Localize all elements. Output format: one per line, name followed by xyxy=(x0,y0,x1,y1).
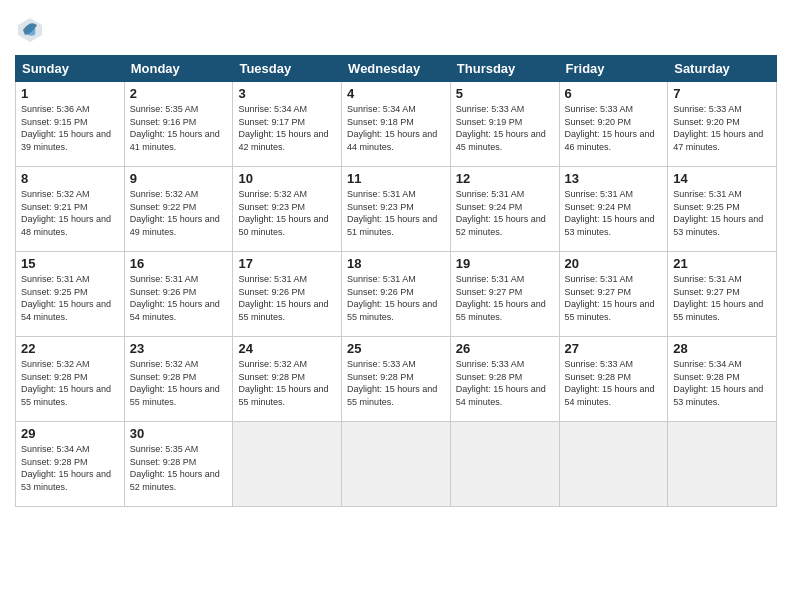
calendar-week-row: 15Sunrise: 5:31 AMSunset: 9:25 PMDayligh… xyxy=(16,252,777,337)
day-info: Sunrise: 5:31 AMSunset: 9:26 PMDaylight:… xyxy=(238,273,336,323)
calendar-cell: 10Sunrise: 5:32 AMSunset: 9:23 PMDayligh… xyxy=(233,167,342,252)
calendar-cell: 5Sunrise: 5:33 AMSunset: 9:19 PMDaylight… xyxy=(450,82,559,167)
day-info: Sunrise: 5:32 AMSunset: 9:28 PMDaylight:… xyxy=(130,358,228,408)
day-number: 5 xyxy=(456,86,554,101)
calendar-cell: 16Sunrise: 5:31 AMSunset: 9:26 PMDayligh… xyxy=(124,252,233,337)
page: SundayMondayTuesdayWednesdayThursdayFrid… xyxy=(0,0,792,612)
day-info: Sunrise: 5:33 AMSunset: 9:28 PMDaylight:… xyxy=(347,358,445,408)
day-info: Sunrise: 5:33 AMSunset: 9:20 PMDaylight:… xyxy=(565,103,663,153)
calendar-week-row: 1Sunrise: 5:36 AMSunset: 9:15 PMDaylight… xyxy=(16,82,777,167)
calendar-cell: 28Sunrise: 5:34 AMSunset: 9:28 PMDayligh… xyxy=(668,337,777,422)
day-info: Sunrise: 5:31 AMSunset: 9:25 PMDaylight:… xyxy=(21,273,119,323)
day-info: Sunrise: 5:32 AMSunset: 9:28 PMDaylight:… xyxy=(21,358,119,408)
weekday-header-monday: Monday xyxy=(124,56,233,82)
day-number: 7 xyxy=(673,86,771,101)
day-number: 16 xyxy=(130,256,228,271)
day-info: Sunrise: 5:31 AMSunset: 9:27 PMDaylight:… xyxy=(565,273,663,323)
day-number: 27 xyxy=(565,341,663,356)
calendar-table: SundayMondayTuesdayWednesdayThursdayFrid… xyxy=(15,55,777,507)
day-number: 13 xyxy=(565,171,663,186)
day-info: Sunrise: 5:33 AMSunset: 9:28 PMDaylight:… xyxy=(565,358,663,408)
day-number: 26 xyxy=(456,341,554,356)
weekday-header-sunday: Sunday xyxy=(16,56,125,82)
day-info: Sunrise: 5:31 AMSunset: 9:23 PMDaylight:… xyxy=(347,188,445,238)
weekday-header-saturday: Saturday xyxy=(668,56,777,82)
day-number: 14 xyxy=(673,171,771,186)
calendar-cell: 26Sunrise: 5:33 AMSunset: 9:28 PMDayligh… xyxy=(450,337,559,422)
day-info: Sunrise: 5:32 AMSunset: 9:23 PMDaylight:… xyxy=(238,188,336,238)
calendar-cell: 8Sunrise: 5:32 AMSunset: 9:21 PMDaylight… xyxy=(16,167,125,252)
calendar-cell: 23Sunrise: 5:32 AMSunset: 9:28 PMDayligh… xyxy=(124,337,233,422)
day-number: 17 xyxy=(238,256,336,271)
calendar-week-row: 8Sunrise: 5:32 AMSunset: 9:21 PMDaylight… xyxy=(16,167,777,252)
day-info: Sunrise: 5:32 AMSunset: 9:21 PMDaylight:… xyxy=(21,188,119,238)
day-info: Sunrise: 5:31 AMSunset: 9:24 PMDaylight:… xyxy=(456,188,554,238)
calendar-cell: 19Sunrise: 5:31 AMSunset: 9:27 PMDayligh… xyxy=(450,252,559,337)
calendar-cell: 3Sunrise: 5:34 AMSunset: 9:17 PMDaylight… xyxy=(233,82,342,167)
calendar-cell: 17Sunrise: 5:31 AMSunset: 9:26 PMDayligh… xyxy=(233,252,342,337)
calendar-cell: 24Sunrise: 5:32 AMSunset: 9:28 PMDayligh… xyxy=(233,337,342,422)
day-number: 23 xyxy=(130,341,228,356)
calendar-week-row: 29Sunrise: 5:34 AMSunset: 9:28 PMDayligh… xyxy=(16,422,777,507)
calendar-cell xyxy=(559,422,668,507)
day-number: 22 xyxy=(21,341,119,356)
day-number: 2 xyxy=(130,86,228,101)
calendar-week-row: 22Sunrise: 5:32 AMSunset: 9:28 PMDayligh… xyxy=(16,337,777,422)
calendar-cell: 15Sunrise: 5:31 AMSunset: 9:25 PMDayligh… xyxy=(16,252,125,337)
day-number: 11 xyxy=(347,171,445,186)
day-info: Sunrise: 5:31 AMSunset: 9:24 PMDaylight:… xyxy=(565,188,663,238)
calendar-cell: 18Sunrise: 5:31 AMSunset: 9:26 PMDayligh… xyxy=(342,252,451,337)
day-number: 1 xyxy=(21,86,119,101)
day-info: Sunrise: 5:31 AMSunset: 9:25 PMDaylight:… xyxy=(673,188,771,238)
day-number: 9 xyxy=(130,171,228,186)
day-info: Sunrise: 5:35 AMSunset: 9:28 PMDaylight:… xyxy=(130,443,228,493)
day-number: 20 xyxy=(565,256,663,271)
weekday-header-friday: Friday xyxy=(559,56,668,82)
day-number: 29 xyxy=(21,426,119,441)
day-info: Sunrise: 5:34 AMSunset: 9:28 PMDaylight:… xyxy=(673,358,771,408)
day-info: Sunrise: 5:33 AMSunset: 9:28 PMDaylight:… xyxy=(456,358,554,408)
logo-icon xyxy=(15,15,45,45)
weekday-header-row: SundayMondayTuesdayWednesdayThursdayFrid… xyxy=(16,56,777,82)
day-info: Sunrise: 5:31 AMSunset: 9:26 PMDaylight:… xyxy=(347,273,445,323)
day-number: 12 xyxy=(456,171,554,186)
weekday-header-tuesday: Tuesday xyxy=(233,56,342,82)
day-info: Sunrise: 5:34 AMSunset: 9:28 PMDaylight:… xyxy=(21,443,119,493)
calendar-cell: 22Sunrise: 5:32 AMSunset: 9:28 PMDayligh… xyxy=(16,337,125,422)
calendar-cell: 27Sunrise: 5:33 AMSunset: 9:28 PMDayligh… xyxy=(559,337,668,422)
day-number: 4 xyxy=(347,86,445,101)
calendar-cell: 6Sunrise: 5:33 AMSunset: 9:20 PMDaylight… xyxy=(559,82,668,167)
calendar-cell xyxy=(450,422,559,507)
day-number: 24 xyxy=(238,341,336,356)
day-info: Sunrise: 5:36 AMSunset: 9:15 PMDaylight:… xyxy=(21,103,119,153)
day-info: Sunrise: 5:32 AMSunset: 9:28 PMDaylight:… xyxy=(238,358,336,408)
day-number: 15 xyxy=(21,256,119,271)
calendar-cell: 4Sunrise: 5:34 AMSunset: 9:18 PMDaylight… xyxy=(342,82,451,167)
calendar-cell: 11Sunrise: 5:31 AMSunset: 9:23 PMDayligh… xyxy=(342,167,451,252)
calendar-cell: 20Sunrise: 5:31 AMSunset: 9:27 PMDayligh… xyxy=(559,252,668,337)
calendar-cell: 29Sunrise: 5:34 AMSunset: 9:28 PMDayligh… xyxy=(16,422,125,507)
calendar-cell: 21Sunrise: 5:31 AMSunset: 9:27 PMDayligh… xyxy=(668,252,777,337)
day-info: Sunrise: 5:34 AMSunset: 9:18 PMDaylight:… xyxy=(347,103,445,153)
calendar-cell: 30Sunrise: 5:35 AMSunset: 9:28 PMDayligh… xyxy=(124,422,233,507)
day-number: 8 xyxy=(21,171,119,186)
calendar-cell: 14Sunrise: 5:31 AMSunset: 9:25 PMDayligh… xyxy=(668,167,777,252)
day-info: Sunrise: 5:33 AMSunset: 9:19 PMDaylight:… xyxy=(456,103,554,153)
day-number: 18 xyxy=(347,256,445,271)
day-info: Sunrise: 5:31 AMSunset: 9:27 PMDaylight:… xyxy=(673,273,771,323)
day-number: 3 xyxy=(238,86,336,101)
calendar-cell: 12Sunrise: 5:31 AMSunset: 9:24 PMDayligh… xyxy=(450,167,559,252)
calendar-cell: 2Sunrise: 5:35 AMSunset: 9:16 PMDaylight… xyxy=(124,82,233,167)
day-info: Sunrise: 5:31 AMSunset: 9:27 PMDaylight:… xyxy=(456,273,554,323)
day-number: 28 xyxy=(673,341,771,356)
day-info: Sunrise: 5:34 AMSunset: 9:17 PMDaylight:… xyxy=(238,103,336,153)
header xyxy=(15,15,777,45)
day-number: 19 xyxy=(456,256,554,271)
day-number: 30 xyxy=(130,426,228,441)
day-info: Sunrise: 5:33 AMSunset: 9:20 PMDaylight:… xyxy=(673,103,771,153)
calendar-cell: 25Sunrise: 5:33 AMSunset: 9:28 PMDayligh… xyxy=(342,337,451,422)
calendar-cell: 7Sunrise: 5:33 AMSunset: 9:20 PMDaylight… xyxy=(668,82,777,167)
day-number: 10 xyxy=(238,171,336,186)
day-info: Sunrise: 5:35 AMSunset: 9:16 PMDaylight:… xyxy=(130,103,228,153)
day-number: 6 xyxy=(565,86,663,101)
